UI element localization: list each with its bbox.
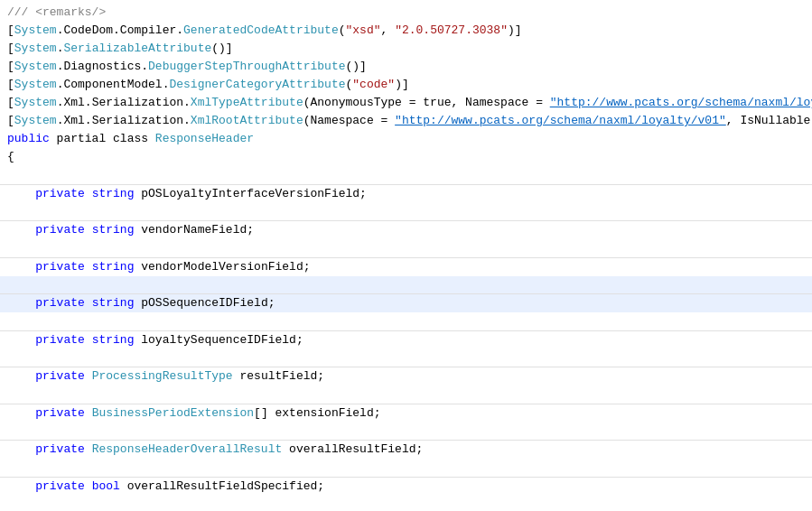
code-line: private string pOSLoyaltyInterfaceVersio… xyxy=(0,185,812,203)
code-line: private BusinessPeriodExtension[] extens… xyxy=(0,404,812,423)
code-line: private bool overallResultFieldSpecified… xyxy=(0,478,812,496)
code-line xyxy=(0,496,812,512)
code-line: private string vendorModelVersionField; xyxy=(0,258,812,276)
code-line xyxy=(0,239,812,258)
code-line: public partial class ResponseHeader xyxy=(0,130,812,148)
code-line xyxy=(0,386,812,404)
code-line: [System.Xml.Serialization.XmlRootAttribu… xyxy=(0,112,812,130)
code-line: [System.Xml.Serialization.XmlTypeAttribu… xyxy=(0,94,812,112)
code-line: /// <remarks/> xyxy=(0,4,812,22)
code-line: [System.CodeDom.Compiler.GeneratedCodeAt… xyxy=(0,22,812,40)
code-line: private string loyaltySequenceIDField; xyxy=(0,331,812,349)
code-line: private string vendorNameField; xyxy=(0,221,812,239)
code-line xyxy=(0,203,812,222)
code-line xyxy=(0,276,812,295)
code-line: [System.ComponentModel.DesignerCategoryA… xyxy=(0,76,812,94)
code-line: private ProcessingResultType resultField… xyxy=(0,367,812,386)
code-line xyxy=(0,349,812,368)
code-line xyxy=(0,423,812,441)
code-line xyxy=(0,312,812,331)
code-line: private string pOSSequenceIDField; xyxy=(0,294,812,312)
code-line: { xyxy=(0,148,812,166)
code-line: [System.Diagnostics.DebuggerStepThroughA… xyxy=(0,58,812,76)
code-line xyxy=(0,459,812,478)
code-line: [System.SerializableAttribute()] xyxy=(0,40,812,58)
code-line: private ResponseHeaderOverallResult over… xyxy=(0,441,812,459)
code-editor: /// <remarks/>[System.CodeDom.Compiler.G… xyxy=(0,0,812,511)
code-line xyxy=(0,166,812,185)
